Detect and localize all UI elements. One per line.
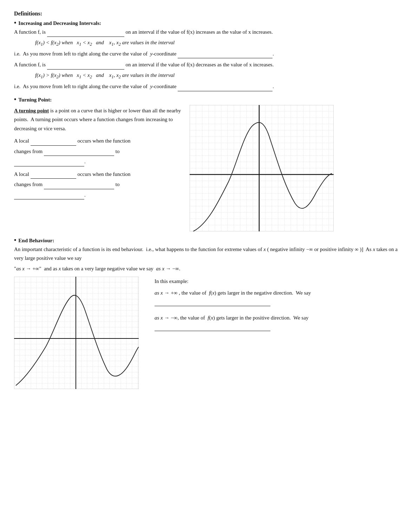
inc-ie: i.e. As you move from left to right alon… bbox=[14, 50, 406, 59]
bullet-dot-2: • bbox=[14, 96, 16, 103]
turning-header: Turning Point: bbox=[18, 97, 52, 103]
end-section: • End Behaviour: An important characteri… bbox=[14, 237, 406, 389]
end-right-text: In this example: as x → +∞ , the value o… bbox=[155, 277, 406, 331]
definitions-title: Definitions: bbox=[14, 11, 406, 17]
end-blank-2 bbox=[155, 325, 270, 331]
dec-formula: f(x1) > f(x2) when x1 < x2 and x1, x2 ar… bbox=[35, 71, 406, 81]
dec-ie: i.e. As you move from left to right alon… bbox=[14, 82, 406, 91]
inc-formula: f(x1) < f(x2) when x1 < x2 and x1, x2 ar… bbox=[35, 38, 406, 48]
turning-graph bbox=[190, 105, 337, 231]
increasing-header: Increasing and Decreasing Intervals: bbox=[18, 20, 101, 26]
turning-section: • Turning Point: A turning point is a po… bbox=[14, 96, 406, 231]
in-this-example: In this example: bbox=[155, 277, 406, 286]
end-para: An important characteristic of a functio… bbox=[14, 245, 406, 263]
end-blank-1 bbox=[155, 300, 270, 306]
increasing-section: • Increasing and Decreasing Intervals: A… bbox=[14, 20, 406, 91]
bullet-dot-3: • bbox=[14, 237, 16, 243]
bullet-dot-1: • bbox=[14, 20, 16, 26]
turning-text: A turning point is a point on a curve th… bbox=[14, 105, 183, 231]
end-as-pos: as x → +∞ , the value of f(x) gets large… bbox=[155, 288, 406, 298]
dec-line1: A function f, is on an interval if the v… bbox=[14, 60, 406, 70]
end-quote: "as x → +∞" and as x takes on a very lar… bbox=[14, 264, 406, 274]
end-as-neg: as x → −∞, the value of f(x) gets larger… bbox=[155, 313, 406, 323]
inc-line1: A function f, is on an interval if the v… bbox=[14, 28, 406, 37]
end-header: End Behaviour: bbox=[18, 238, 54, 244]
end-graph bbox=[14, 277, 144, 389]
